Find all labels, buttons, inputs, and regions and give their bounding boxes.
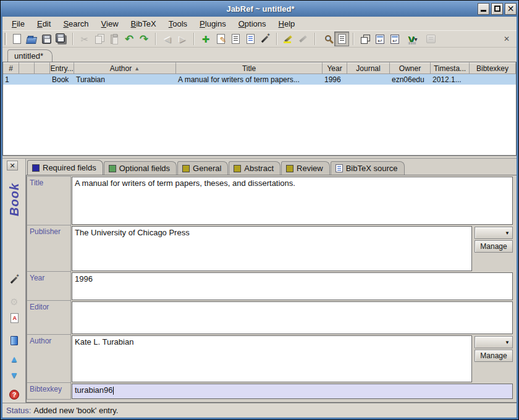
open-folder-button[interactable] xyxy=(373,32,387,46)
publisher-field-label: Publisher xyxy=(27,225,71,272)
open-database-button[interactable] xyxy=(24,32,39,46)
back-button[interactable] xyxy=(160,32,175,46)
tab-review[interactable]: Review xyxy=(281,161,330,175)
olive-square-icon xyxy=(182,165,190,172)
editor-field-label: Editor xyxy=(27,301,71,335)
menu-bibtex[interactable]: BibTeX xyxy=(125,18,162,30)
tab-label: Review xyxy=(297,164,323,173)
column-header-owner[interactable]: Owner xyxy=(390,62,431,74)
tab-optional-fields[interactable]: Optional fields xyxy=(104,161,177,175)
tab-abstract[interactable]: Abstract xyxy=(229,161,281,175)
close-sidepane-button[interactable] xyxy=(499,32,514,46)
title-field-input[interactable]: A manual for writers of term papers, the… xyxy=(72,177,513,225)
year-field-label: Year xyxy=(27,272,71,301)
fetch-button[interactable] xyxy=(423,32,438,46)
menu-options[interactable]: Options xyxy=(233,18,272,30)
cell-owner: ezn06edu xyxy=(390,74,431,85)
year-field-input[interactable]: 1996 xyxy=(72,272,513,300)
column-header-timestamp[interactable]: Timesta... xyxy=(431,62,470,74)
publisher-manage-button[interactable]: Manage xyxy=(475,240,513,253)
field-row-year: Year 1996 xyxy=(27,272,515,301)
window-title: JabRef ~ untitled* xyxy=(43,4,478,14)
new-entry-button[interactable] xyxy=(198,32,213,46)
paste-button[interactable] xyxy=(107,32,122,46)
column-header-bibtexkey[interactable]: Bibtexkey xyxy=(470,62,516,74)
minimize-button[interactable] xyxy=(478,3,489,15)
toggle-preview-button[interactable] xyxy=(334,32,349,46)
edit-strings-button[interactable] xyxy=(228,32,243,46)
status-prefix: Status: xyxy=(6,406,31,415)
new-database-button[interactable] xyxy=(9,32,24,46)
menubar: File Edit Search View BibTeX Tools Plugi… xyxy=(2,17,517,30)
close-entry-editor-button[interactable] xyxy=(7,161,18,170)
tab-label: General xyxy=(193,164,221,173)
tab-label: Optional fields xyxy=(119,164,170,173)
menu-view[interactable]: View xyxy=(96,18,124,30)
menu-file[interactable]: File xyxy=(6,18,30,30)
unmark-entries-button[interactable] xyxy=(296,32,311,46)
copy-button[interactable] xyxy=(92,32,107,46)
duplicate-icon xyxy=(361,37,368,44)
editor-field-input[interactable] xyxy=(72,301,513,334)
author-manage-button[interactable]: Manage xyxy=(475,350,513,362)
save-database-button[interactable] xyxy=(39,32,54,46)
open-file-button[interactable] xyxy=(387,32,402,46)
mark-entries-button[interactable] xyxy=(281,32,296,46)
undo-button[interactable] xyxy=(122,32,137,46)
column-header-author[interactable]: Author ▲ xyxy=(74,62,176,74)
menu-edit[interactable]: Edit xyxy=(32,18,56,30)
next-entry-button[interactable] xyxy=(8,369,20,381)
tab-required-fields[interactable]: Required fields xyxy=(27,160,103,175)
search-button[interactable] xyxy=(319,32,334,46)
column-header-title[interactable]: Title xyxy=(176,62,323,74)
cell-bibtexkey xyxy=(470,74,516,85)
open-book-button[interactable] xyxy=(8,334,20,346)
close-button[interactable] xyxy=(505,3,517,15)
column-header-journal[interactable]: Journal xyxy=(347,62,390,74)
column-header-entrytype[interactable]: Entry... xyxy=(50,62,74,74)
gear-icon xyxy=(10,296,18,308)
autogenerate-keys-button[interactable] xyxy=(258,32,272,46)
forward-button[interactable] xyxy=(175,32,190,46)
edit-entry-button[interactable] xyxy=(213,32,228,46)
menu-plugins[interactable]: Plugins xyxy=(194,18,232,30)
source-document-icon xyxy=(335,164,343,172)
menu-search[interactable]: Search xyxy=(57,18,94,30)
redo-button[interactable] xyxy=(137,32,151,46)
generate-key-button[interactable] xyxy=(8,274,20,286)
bibtexkey-field-label: Bibtexkey xyxy=(27,383,71,400)
toolbar-separator xyxy=(314,33,316,45)
titlebar[interactable]: JabRef ~ untitled* xyxy=(1,1,518,17)
duplicate-entry-button[interactable] xyxy=(358,32,373,46)
column-header-marked[interactable] xyxy=(19,62,35,74)
column-header-year[interactable]: Year xyxy=(323,62,347,74)
tab-general[interactable]: General xyxy=(177,161,228,175)
maximize-button[interactable] xyxy=(491,3,503,15)
tab-bibtex-source[interactable]: BibTeX source xyxy=(331,161,405,175)
tab-untitled[interactable]: untitled* xyxy=(7,49,53,62)
bibtexkey-field-input[interactable]: turabian96 xyxy=(72,384,513,399)
tab-label: Abstract xyxy=(244,164,274,173)
open-pdf-button[interactable] xyxy=(8,312,20,324)
tab-label: BibTeX source xyxy=(346,164,398,173)
push-to-application-button[interactable]: V xyxy=(402,32,423,46)
publisher-field-input[interactable]: The University of Chicago Press xyxy=(72,226,472,271)
toolbar-grip[interactable] xyxy=(4,33,7,45)
previous-entry-button[interactable] xyxy=(8,353,20,365)
menu-help[interactable]: Help xyxy=(273,18,301,30)
table-empty-area[interactable] xyxy=(3,85,516,155)
save-all-button[interactable] xyxy=(54,32,69,46)
publisher-dropdown[interactable] xyxy=(475,227,513,239)
column-header-num[interactable]: # xyxy=(3,62,19,74)
table-row-selected[interactable]: 1 Book Turabian A manual for writers of … xyxy=(3,74,516,85)
author-dropdown[interactable] xyxy=(475,336,513,348)
cut-button[interactable] xyxy=(77,32,92,46)
column-header-ranking[interactable] xyxy=(35,62,50,74)
menu-tools[interactable]: Tools xyxy=(163,18,193,30)
help-button[interactable] xyxy=(8,388,20,401)
cell-title: A manual for writers of term papers... xyxy=(176,74,323,85)
cell-year: 1996 xyxy=(323,74,347,85)
settings-button[interactable] xyxy=(8,296,20,308)
edit-preamble-button[interactable] xyxy=(243,32,258,46)
author-field-input[interactable]: Kate L. Turabian xyxy=(72,335,472,382)
